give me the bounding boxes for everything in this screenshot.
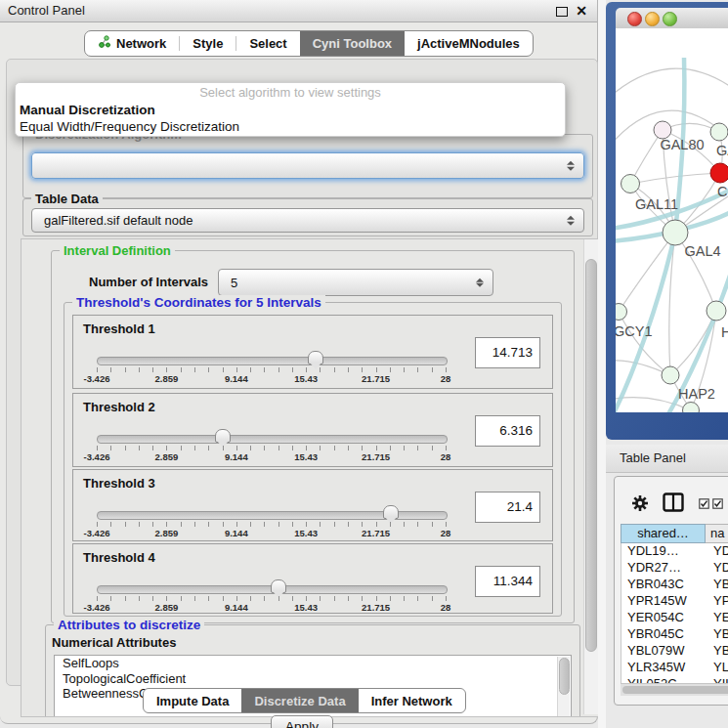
node-gcy1[interactable] <box>616 304 627 321</box>
bottom-tab-bar: Impute Data Discretize Data Infer Networ… <box>143 688 466 713</box>
slider-tick-labels: -3.426 2.859 9.144 15.43 21.715 28 <box>97 451 446 463</box>
tab-discretize-data[interactable]: Discretize Data <box>241 689 358 712</box>
network-window-titlebar <box>616 8 728 29</box>
table-row[interactable]: YBR045CYBR0 <box>621 626 728 643</box>
table-panel-title: Table Panel <box>620 445 686 472</box>
tab-jactivemnodules[interactable]: jActiveMNodules <box>405 31 533 56</box>
slider-tick-labels: -3.426 2.859 9.144 15.43 21.715 28 <box>97 528 446 539</box>
threshold-2-panel: Threshold 2 -3.426 2.859 9.144 15.43 21.… <box>72 393 553 467</box>
tab-infer-network[interactable]: Infer Network <box>359 689 465 712</box>
control-panel-title: Control Panel <box>8 0 85 21</box>
table-row[interactable]: YER054CYER0 <box>621 610 728 626</box>
network-view-window: GAL80 GA C GAL11 GAL4 GCY1 H HAP2 <box>606 2 728 440</box>
thresholds-group: Threshold's Coordinates for 5 Intervals … <box>64 302 562 617</box>
list-scrollbar-thumb[interactable] <box>559 658 570 695</box>
slider-ticks <box>97 367 447 372</box>
option-equal-width-frequency[interactable]: Equal Width/Frequency Discretization <box>16 118 565 135</box>
settings-scroll-panel: Interval Definition Number of Intervals … <box>21 238 599 717</box>
checkbox-icon[interactable] <box>712 497 723 512</box>
column-view-icon[interactable] <box>663 492 684 515</box>
threshold-3-label: Threshold 3 <box>83 476 155 491</box>
slider-thumb[interactable] <box>271 579 286 593</box>
tab-impute-data[interactable]: Impute Data <box>144 689 241 712</box>
close-icon[interactable]: ✕ <box>576 2 587 20</box>
table-row[interactable]: YBR043CYBR0 <box>621 577 728 593</box>
list-item[interactable]: SelfLoops <box>55 656 571 671</box>
number-of-intervals-select[interactable]: 5 <box>218 269 493 296</box>
threshold-4-value-field[interactable]: 11.344 <box>475 566 540 597</box>
node-ga[interactable] <box>710 123 728 141</box>
slider-tick-labels: -3.426 2.859 9.144 15.43 21.715 28 <box>97 373 446 385</box>
slider-thumb[interactable] <box>215 429 231 443</box>
threshold-3-panel: Threshold 3 -3.426 2.859 9.144 15.43 21.… <box>72 469 553 541</box>
table-horizontal-scrollbar-thumb[interactable] <box>622 686 728 694</box>
node-label-gal11: GAL11 <box>635 196 678 212</box>
list-scrollbar[interactable] <box>557 657 570 717</box>
node-selected-red[interactable] <box>710 163 728 183</box>
slider-thumb[interactable] <box>383 505 399 519</box>
threshold-1-slider[interactable]: -3.426 2.859 9.144 15.43 21.715 28 <box>97 351 446 386</box>
settings-scrollbar[interactable] <box>583 239 598 714</box>
cyni-content-panel: Discretization Algorithm Table Data galF… <box>6 59 598 686</box>
slider-thumb[interactable] <box>308 351 323 364</box>
threshold-2-slider[interactable]: -3.426 2.859 9.144 15.43 21.715 28 <box>97 429 446 464</box>
number-of-intervals-value: 5 <box>231 270 237 295</box>
node-hap2[interactable] <box>662 366 679 384</box>
interval-definition-title: Interval Definition <box>60 243 175 258</box>
algorithm-placeholder: Select algorithm to view settings <box>16 83 565 102</box>
numerical-attributes-label: Numerical Attributes <box>52 635 176 650</box>
table-row[interactable]: YPR145WYPR1 <box>621 593 728 610</box>
tab-cyni-toolbox[interactable]: Cyni Toolbox <box>300 31 405 56</box>
node-gal11[interactable] <box>621 175 640 193</box>
zoom-traffic-light-icon[interactable] <box>663 12 677 26</box>
node-label-h: H <box>721 324 728 340</box>
minimize-traffic-light-icon[interactable] <box>645 12 660 26</box>
threshold-1-value-field[interactable]: 14.713 <box>475 337 540 368</box>
float-window-icon[interactable] <box>556 7 568 17</box>
algorithm-select[interactable] <box>31 152 584 179</box>
slider-ticks <box>97 522 447 527</box>
column-header-shared-name[interactable]: shared… <box>621 524 706 543</box>
table-data-select[interactable]: galFiltered.sif default node <box>31 208 584 233</box>
number-of-intervals-label: Number of Intervals <box>89 275 208 289</box>
table-row[interactable]: YLR345WYLR3 <box>621 660 728 676</box>
top-tab-bar: Network Style Select Cyni Toolbox jActiv… <box>84 30 534 57</box>
slider-track[interactable] <box>97 357 448 365</box>
gear-icon[interactable] <box>631 494 649 515</box>
node-h[interactable] <box>707 301 726 321</box>
close-traffic-light-icon[interactable] <box>627 12 642 26</box>
node-label-hap2: HAP2 <box>678 386 715 402</box>
checkbox-icon[interactable] <box>699 497 709 512</box>
table-row[interactable]: YDR27…YDR2 <box>621 560 728 577</box>
node-label-gal4: GAL4 <box>684 243 720 259</box>
table-row[interactable]: YDL19…YDL1 <box>621 543 728 560</box>
slider-tick-labels: -3.426 2.859 9.144 15.43 21.715 28 <box>97 602 446 614</box>
threshold-2-value-field[interactable]: 6.316 <box>475 415 540 447</box>
network-canvas[interactable]: GAL80 GA C GAL11 GAL4 GCY1 H HAP2 <box>616 28 728 412</box>
apply-button[interactable]: Apply <box>271 715 333 728</box>
slider-track[interactable] <box>97 435 448 444</box>
option-manual-discretization[interactable]: Manual Discretization <box>16 102 565 118</box>
settings-scrollbar-thumb[interactable] <box>585 259 597 652</box>
threshold-4-slider[interactable]: -3.426 2.859 9.144 15.43 21.715 28 <box>97 579 446 615</box>
algorithm-dropdown-popup: Select algorithm to view settings Manual… <box>15 82 566 137</box>
threshold-1-panel: Threshold 1 -3.426 2.859 9.144 15.43 21.… <box>72 315 553 389</box>
node-bottom[interactable] <box>683 403 700 413</box>
list-item[interactable]: TopologicalCoefficient <box>55 671 571 687</box>
node-label-ga: GA <box>716 143 728 158</box>
combo-stepper-icon <box>567 214 575 227</box>
combo-stepper-icon <box>567 159 575 172</box>
tab-select[interactable]: Select <box>236 31 299 56</box>
table-rows: YDL19…YDL1 YDR27…YDR2 YBR043CYBR0 YPR145… <box>621 543 728 685</box>
tab-style[interactable]: Style <box>180 31 236 56</box>
node-gal4[interactable] <box>663 220 688 245</box>
tab-network-label: Network <box>116 36 166 51</box>
table-horizontal-scrollbar[interactable] <box>621 683 728 696</box>
threshold-3-value-field[interactable]: 21.4 <box>475 492 540 523</box>
discretization-algorithm-group: Discretization Algorithm <box>22 134 593 198</box>
column-header-name[interactable]: na <box>706 524 728 543</box>
threshold-3-slider[interactable]: -3.426 2.859 9.144 15.43 21.715 28 <box>97 505 446 540</box>
table-data-selected-value: galFiltered.sif default node <box>44 209 193 232</box>
tab-network[interactable]: Network <box>85 31 179 56</box>
table-row[interactable]: YBL079WYBL0 <box>621 643 728 660</box>
